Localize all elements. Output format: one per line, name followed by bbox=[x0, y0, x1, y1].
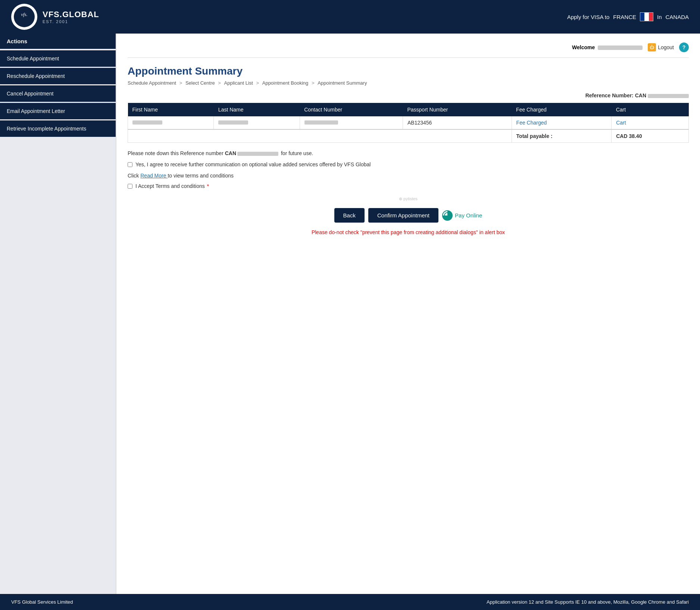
breadcrumb-item-2: Select Centre bbox=[185, 80, 215, 86]
help-icon[interactable]: ? bbox=[679, 43, 689, 52]
brand-name: VFS.GLOBAL bbox=[43, 10, 99, 19]
read-more-link[interactable]: Read More bbox=[140, 173, 168, 179]
sidebar-item-retrieve[interactable]: Retrieve Incomplete Appointments bbox=[0, 120, 116, 137]
logout-icon: ⏻ bbox=[648, 43, 656, 51]
col-cart: Cart bbox=[612, 103, 689, 116]
breadcrumb-item-1: Schedule Appointment bbox=[128, 80, 176, 86]
note-section: Please note down this Reference number C… bbox=[128, 150, 689, 189]
logout-button[interactable]: ⏻ Logout bbox=[648, 43, 674, 51]
pytistes-watermark: ⊕ pytistes bbox=[128, 196, 689, 201]
pay-icon bbox=[442, 210, 453, 221]
breadcrumb-item-3: Applicant List bbox=[224, 80, 253, 86]
col-passport: Passport Number bbox=[403, 103, 512, 116]
footer-company: VFS Global Services Limited bbox=[11, 599, 73, 605]
warning-message: Please do-not check "prevent this page f… bbox=[128, 229, 689, 235]
france-flag bbox=[640, 12, 653, 21]
back-button[interactable]: Back bbox=[334, 208, 365, 223]
note-ref-blurred bbox=[237, 152, 278, 156]
reference-number-blurred bbox=[648, 94, 689, 98]
cart-link[interactable]: Cart bbox=[616, 120, 626, 126]
flag-blue bbox=[640, 13, 644, 21]
in-text: In bbox=[657, 14, 662, 20]
logo-text: VFS.GLOBAL EST. 2001 bbox=[43, 10, 99, 24]
breadcrumb: Schedule Appointment > Select Centre > A… bbox=[128, 80, 689, 86]
flag-red bbox=[649, 13, 653, 21]
accept-terms-checkbox-row: I Accept Terms and conditions * bbox=[128, 183, 689, 189]
logo-area: vfs. VFS.GLOBAL EST. 2001 bbox=[11, 4, 99, 30]
first-name-blurred bbox=[132, 120, 162, 125]
pay-online-button[interactable]: Pay Online bbox=[442, 210, 482, 221]
vfs-logo-svg: vfs. bbox=[14, 6, 35, 27]
main-content: Welcome ⏻ Logout ? Appointment Summary S… bbox=[116, 34, 700, 594]
cell-last-name bbox=[214, 116, 300, 129]
breadcrumb-sep-4: > bbox=[312, 80, 316, 86]
flag-white bbox=[644, 13, 649, 21]
topbar: Welcome ⏻ Logout ? bbox=[128, 43, 689, 58]
breadcrumb-sep-3: > bbox=[256, 80, 260, 86]
cell-contact bbox=[300, 116, 403, 129]
col-last-name: Last Name bbox=[214, 103, 300, 116]
svg-text:vfs.: vfs. bbox=[21, 12, 28, 17]
col-fee: Fee Charged bbox=[512, 103, 612, 116]
note-ref-label: CAN bbox=[225, 150, 236, 156]
cell-first-name bbox=[128, 116, 214, 129]
footer-app-info: Application version 12 and Site Supports… bbox=[487, 599, 689, 605]
last-name-blurred bbox=[218, 120, 248, 125]
breadcrumb-item-4: Appointment Booking bbox=[262, 80, 309, 86]
total-value: CAD 38.40 bbox=[612, 129, 689, 143]
page-title: Appointment Summary bbox=[128, 65, 689, 77]
note-text: Please note down this Reference number C… bbox=[128, 150, 689, 156]
contact-blurred bbox=[304, 120, 338, 125]
required-star: * bbox=[206, 183, 209, 189]
communication-checkbox[interactable] bbox=[128, 162, 132, 167]
breadcrumb-sep-2: > bbox=[218, 80, 222, 86]
welcome-label: Welcome bbox=[572, 44, 643, 50]
col-first-name: First Name bbox=[128, 103, 214, 116]
cell-fee: Fee Charged bbox=[512, 116, 612, 129]
col-contact: Contact Number bbox=[300, 103, 403, 116]
breadcrumb-sep-1: > bbox=[179, 80, 184, 86]
confirm-appointment-button[interactable]: Confirm Appointment bbox=[368, 208, 438, 223]
sidebar-item-cancel[interactable]: Cancel Appointment bbox=[0, 85, 116, 102]
table-row: AB123456 Fee Charged Cart bbox=[128, 116, 689, 129]
logo-circle: vfs. bbox=[11, 4, 37, 30]
sidebar: Actions Schedule Appointment Reschedule … bbox=[0, 34, 116, 594]
sidebar-item-reschedule[interactable]: Reschedule Appointment bbox=[0, 68, 116, 84]
country-to: CANADA bbox=[665, 14, 689, 20]
fee-charged-link[interactable]: Fee Charged bbox=[516, 120, 547, 126]
pay-icon-svg bbox=[444, 212, 451, 219]
terms-text: Click Read More to view terms and condit… bbox=[128, 173, 689, 179]
cell-cart: Cart bbox=[612, 116, 689, 129]
sidebar-title: Actions bbox=[0, 34, 116, 49]
footer: VFS Global Services Limited Application … bbox=[0, 594, 700, 610]
header: vfs. VFS.GLOBAL EST. 2001 Apply for VISA… bbox=[0, 0, 700, 34]
communication-label: Yes, I agree to receive further communic… bbox=[135, 161, 371, 167]
est-label: EST. 2001 bbox=[43, 19, 99, 24]
header-right: Apply for VISA to FRANCE In CANADA bbox=[567, 12, 689, 21]
total-label-cell bbox=[128, 129, 512, 143]
sidebar-item-email[interactable]: Email Appointment Letter bbox=[0, 103, 116, 119]
sidebar-item-schedule[interactable]: Schedule Appointment bbox=[0, 50, 116, 67]
total-label: Total payable : bbox=[512, 129, 612, 143]
welcome-name-blurred bbox=[598, 45, 643, 50]
apply-text: Apply for VISA to bbox=[567, 14, 609, 20]
cell-passport: AB123456 bbox=[403, 116, 512, 129]
reference-bar: Reference Number: CAN bbox=[128, 92, 689, 98]
breadcrumb-item-5: Appointment Summary bbox=[318, 80, 367, 86]
main-wrapper: Actions Schedule Appointment Reschedule … bbox=[0, 34, 700, 594]
total-row: Total payable : CAD 38.40 bbox=[128, 129, 689, 143]
buttons-area: Back Confirm Appointment Pay Online bbox=[128, 208, 689, 223]
accept-terms-label: I Accept Terms and conditions * bbox=[135, 183, 209, 189]
accept-terms-checkbox[interactable] bbox=[128, 184, 132, 189]
communication-checkbox-row: Yes, I agree to receive further communic… bbox=[128, 161, 689, 167]
appointment-table: First Name Last Name Contact Number Pass… bbox=[128, 103, 689, 143]
country-from: FRANCE bbox=[613, 14, 636, 20]
